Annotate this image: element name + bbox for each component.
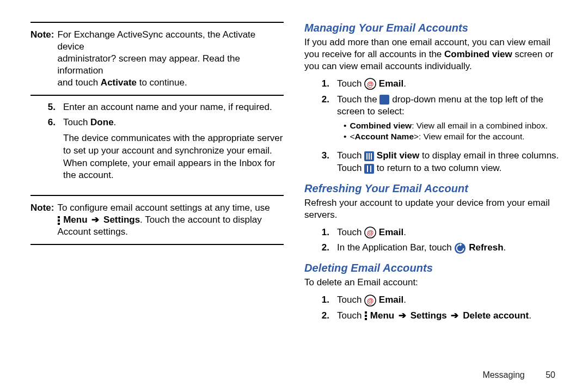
note-block-1: Note: For Exchange ActiveSync accounts, … (30, 23, 284, 95)
managing-intro: If you add more than one email account, … (304, 36, 563, 72)
note-body-1: For Exchange ActiveSync accounts, the Ac… (57, 29, 284, 89)
svg-text:@: @ (367, 229, 374, 237)
step-6: 6. Touch Done. The device communicates w… (30, 117, 284, 182)
menu-icon (364, 311, 367, 321)
managing-bullets: Combined view: View all email in a combi… (337, 120, 563, 142)
refreshing-intro: Refresh your account to update your devi… (304, 197, 563, 221)
email-at-icon: @ (364, 295, 376, 307)
arrow-icon: ➔ (399, 310, 406, 321)
email-at-icon: @ (364, 78, 376, 90)
managing-steps: 1. Touch @ Email. 2. Touch the drop-down… (304, 78, 563, 175)
step-6-paragraph: The device communicates with the appropr… (63, 132, 284, 182)
step-5: 5. Enter an account name and your name, … (30, 101, 284, 114)
refreshing-steps: 1. Touch @ Email. 2. In the Application … (304, 226, 563, 255)
note-label-2: Note: (30, 202, 57, 238)
bullet-combined: Combined view: View all email in a combi… (349, 120, 563, 131)
note-block-2: Note: To configure email account setting… (30, 196, 284, 244)
heading-deleting: Deleting Email Accounts (304, 262, 563, 274)
dropdown-icon (379, 95, 389, 105)
footer-page-number: 50 (546, 370, 555, 379)
note-label: Note: (30, 29, 57, 89)
deleting-step-2: 2. Touch Menu ➔ Settings ➔ Delete accoun… (304, 310, 563, 322)
rule-bottom-2 (30, 244, 284, 245)
refreshing-step-2: 2. In the Application Bar, touch Refresh… (304, 242, 563, 254)
refreshing-step-1: 1. Touch @ Email. (304, 226, 563, 239)
heading-managing: Managing Your Email Accounts (304, 22, 563, 34)
arrow-icon: ➔ (451, 310, 458, 321)
menu-icon (57, 216, 60, 225)
right-column: Managing Your Email Accounts If you add … (297, 22, 563, 381)
svg-text:@: @ (367, 296, 374, 304)
split-view-icon (364, 151, 374, 161)
managing-step-2: 2. Touch the drop-down menu at the top l… (304, 94, 563, 147)
deleting-steps: 1. Touch @ Email. 2. Touch Menu ➔ Settin… (304, 294, 563, 322)
left-column: Note: For Exchange ActiveSync accounts, … (30, 22, 297, 381)
bullet-account: <Account Name>: View email for the accou… (349, 131, 563, 142)
footer-section: Messaging (482, 370, 524, 379)
heading-refreshing: Refreshing Your Email Account (304, 182, 563, 195)
managing-step-1: 1. Touch @ Email. (304, 78, 563, 90)
arrow-icon: ➔ (91, 215, 99, 225)
refresh-icon (454, 242, 466, 254)
managing-step-3: 3. Touch Split view to display email in … (304, 150, 563, 175)
rule-top-2 (30, 95, 284, 96)
two-column-icon (364, 164, 374, 174)
note-body-2: To configure email account settings at a… (57, 202, 284, 238)
email-at-icon: @ (364, 226, 376, 238)
steps-left: 5. Enter an account name and your name, … (30, 101, 284, 182)
svg-text:@: @ (367, 80, 374, 88)
page-footer: Messaging 50 (482, 370, 555, 380)
deleting-intro: To delete an Email account: (304, 277, 563, 289)
deleting-step-1: 1. Touch @ Email. (304, 294, 563, 307)
